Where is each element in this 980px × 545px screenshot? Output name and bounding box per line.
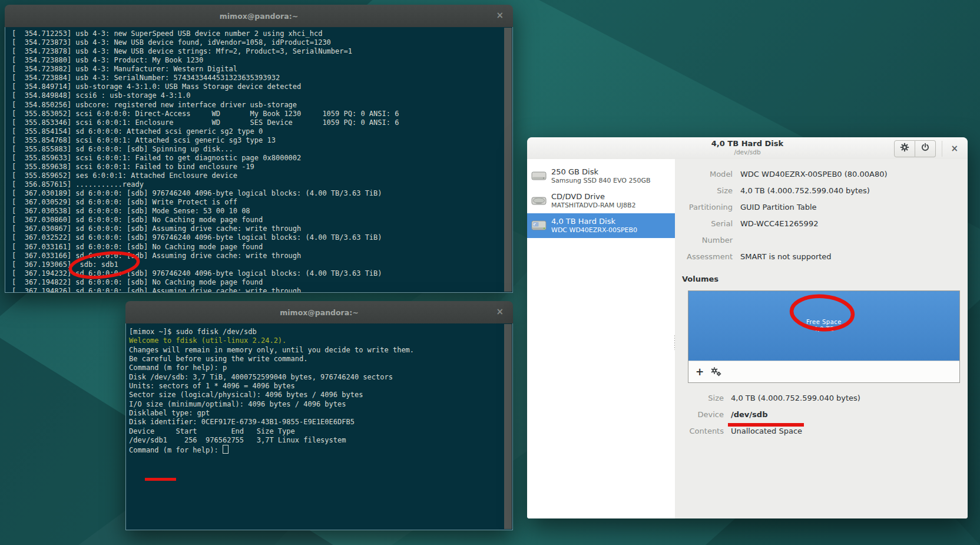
terminal-line: Changes will remain in memory only, unti… bbox=[129, 346, 512, 355]
terminal-line: Command (m for help): bbox=[129, 445, 512, 455]
info-label: Size bbox=[682, 390, 724, 407]
cogs-icon bbox=[710, 368, 723, 379]
terminal-line: [ 356.857615] ...........ready bbox=[12, 180, 512, 189]
header-divider bbox=[942, 141, 942, 157]
disks-headerbar[interactable]: 4,0 TB Hard Disk /dev/sdb bbox=[527, 137, 968, 160]
terminal-line: [ 355.859652] ses 6:0:0:1: Attached Encl… bbox=[12, 171, 512, 180]
terminal-line: Sector size (logical/physical): 4096 byt… bbox=[129, 391, 512, 399]
free-space-size: 4,0 TB bbox=[813, 326, 834, 333]
power-off-button[interactable] bbox=[915, 140, 936, 157]
terminal-line: [ 367.030867] sd 6:0:0:0: [sdb] Assuming… bbox=[12, 224, 512, 233]
size-value: 4,0 TB (4.000.752.599.040 bytes) bbox=[740, 183, 958, 199]
terminal-line: [ 367.033166] sd 6:0:0:0: [sdb] Assuming… bbox=[12, 252, 512, 260]
terminal-line: [ 367.033161] sd 6:0:0:0: [sdb] No Cachi… bbox=[12, 243, 512, 252]
terminal-line: [ 354.723878] usb 4-3: New USB device st… bbox=[12, 47, 512, 56]
terminal-line: [ 354.723884] usb 4-3: SerialNumber: 574… bbox=[12, 74, 512, 82]
terminal2-title: mimox@pandora:~ bbox=[280, 308, 358, 317]
info-label: Partitioning bbox=[682, 199, 733, 216]
free-space-label: Free Space bbox=[806, 319, 842, 326]
terminal1-titlebar[interactable]: mimox@pandora:~ × bbox=[5, 5, 513, 27]
terminal-line: [ 354.723882] usb 4-3: Manufacturer: Wes… bbox=[12, 65, 512, 74]
terminal-window-dmesg: mimox@pandora:~ × [ 354.712253] usb 4-3:… bbox=[5, 5, 513, 293]
terminal-line: [ 354.723873] usb 4-3: New USB device fo… bbox=[12, 38, 512, 47]
partitioning-value: GUID Partition Table bbox=[740, 199, 958, 216]
device-subtitle: MATSHITADVD-RAM UJ8B2 bbox=[551, 202, 636, 210]
close-icon[interactable]: × bbox=[948, 143, 961, 154]
info-label: Assessment bbox=[682, 249, 733, 265]
terminal-line: [ 355.853346] scsi 6:0:0:1: Enclosure WD… bbox=[12, 118, 512, 127]
gear-icon bbox=[900, 143, 909, 154]
terminal-line: [ 354.849848] scsi6 : usb-storage 4-3:1.… bbox=[12, 91, 512, 100]
terminal-line: [ 355.853052] scsi 6:0:0:0: Direct-Acces… bbox=[12, 110, 512, 118]
info-label: Size bbox=[682, 183, 733, 199]
terminal2-output: [mimox ~]$ sudo fdisk /dev/sdbWelcome to… bbox=[126, 323, 512, 455]
terminal-line: [ 367.194822] sd 6:0:0:0: [sdb] No Cachi… bbox=[12, 278, 512, 287]
info-label: Serial Number bbox=[682, 216, 733, 249]
terminal-line: [ 367.194232] sd 6:0:0:0: [sdb] 97674624… bbox=[12, 269, 512, 278]
terminal-line: Units: sectors of 1 * 4096 = 4096 bytes bbox=[129, 382, 512, 391]
terminal1-output: [ 354.712253] usb 4-3: new SuperSpeed US… bbox=[5, 27, 512, 293]
terminal-line: [ 367.194826] sd 6:0:0:0: [sdb] Assuming… bbox=[12, 287, 512, 293]
terminal-line: Welcome to fdisk (util-linux 2.24.2). bbox=[129, 336, 512, 345]
device-list-item-usb-disk[interactable]: 4,0 TB Hard Disk WDC WD40EZRX-00SPEB0 bbox=[527, 213, 675, 238]
model-value: WDC WD40EZRX-00SPEB0 (80.00A80) bbox=[740, 166, 958, 183]
terminal-line: [ 354.723880] usb 4-3: Product: My Book … bbox=[12, 56, 512, 65]
terminal-line: Disk identifier: 0CEF917E-6739-43B1-9855… bbox=[129, 418, 512, 427]
partition-options-button[interactable] bbox=[710, 366, 723, 377]
terminal-line: /dev/sdb1 256 976562755 3,7T Linux files… bbox=[129, 436, 512, 445]
device-list-item-ssd[interactable]: 250 GB Disk Samsung SSD 840 EVO 250GB bbox=[527, 164, 675, 189]
info-label: Contents bbox=[682, 423, 724, 440]
plus-icon: + bbox=[696, 366, 704, 378]
device-title: CD/DVD Drive bbox=[551, 192, 636, 202]
terminal-line: Be careful before using the write comman… bbox=[129, 355, 512, 364]
terminal2-buffer[interactable]: [mimox ~]$ sudo fdisk /dev/sdbWelcome to… bbox=[125, 323, 513, 530]
free-space-segment[interactable]: Free Space 4,0 TB bbox=[688, 291, 959, 361]
terminal-line: [ 354.849714] usb-storage 4-3:1.0: USB M… bbox=[12, 82, 512, 91]
terminal1-scrollbar[interactable] bbox=[504, 28, 512, 292]
desktop-background: mimox@pandora:~ × [ 354.712253] usb 4-3:… bbox=[0, 0, 980, 545]
terminal-line: [ 354.850256] usbcore: registered new in… bbox=[12, 101, 512, 110]
assessment-value: SMART is not supported bbox=[740, 249, 958, 265]
drive-settings-button[interactable] bbox=[894, 140, 915, 157]
create-partition-button[interactable]: + bbox=[696, 366, 710, 378]
device-list-item-cddvd[interactable]: CD/DVD Drive MATSHITADVD-RAM UJ8B2 bbox=[527, 189, 675, 213]
terminal-line: [ 355.854154] sd 6:0:0:0: Attached scsi … bbox=[12, 127, 512, 136]
terminal-window-fdisk: mimox@pandora:~ × [mimox ~]$ sudo fdisk … bbox=[125, 301, 513, 530]
close-icon[interactable]: × bbox=[496, 306, 504, 317]
terminal-line: Disklabel type: gpt bbox=[129, 409, 512, 418]
device-subtitle: WDC WD40EZRX-00SPEB0 bbox=[551, 226, 637, 234]
device-list: 250 GB Disk Samsung SSD 840 EVO 250GB CD… bbox=[527, 159, 675, 518]
usb-disk-icon bbox=[531, 219, 547, 233]
drive-info-grid: Model WDC WD40EZRX-00SPEB0 (80.00A80) Si… bbox=[682, 166, 958, 265]
terminal-line: Command (m for help): p bbox=[129, 364, 512, 372]
terminal-line: Disk /dev/sdb: 3,7 TiB, 4000752599040 by… bbox=[129, 373, 512, 382]
volume-size-value: 4,0 TB (4.000.752.599.040 bytes) bbox=[731, 390, 958, 407]
terminal-line: [ 367.030860] sd 6:0:0:0: [sdb] No Cachi… bbox=[12, 216, 512, 224]
close-icon[interactable]: × bbox=[496, 10, 504, 21]
terminal2-scrollbar[interactable] bbox=[504, 324, 512, 529]
terminal-line: [mimox ~]$ sudo fdisk /dev/sdb bbox=[129, 328, 512, 336]
hard-disk-icon bbox=[531, 169, 547, 183]
terminal-line: [ 367.030529] sd 6:0:0:0: [sdb] Write Pr… bbox=[12, 198, 512, 207]
terminal-line: I/O size (minimum/optimal): 4096 bytes /… bbox=[129, 400, 512, 409]
terminal-line: [ 367.030538] sd 6:0:0:0: [sdb] Mode Sen… bbox=[12, 207, 512, 216]
volume-info-grid: Size 4,0 TB (4.000.752.599.040 bytes) De… bbox=[682, 390, 958, 440]
terminal2-titlebar[interactable]: mimox@pandora:~ × bbox=[125, 301, 513, 323]
terminal-line: [ 367.030189] sd 6:0:0:0: [sdb] 97674624… bbox=[12, 189, 512, 198]
disks-app-window: 4,0 TB Hard Disk /dev/sdb bbox=[527, 137, 968, 518]
device-title: 4,0 TB Hard Disk bbox=[551, 217, 637, 226]
terminal-cursor bbox=[223, 445, 229, 454]
power-icon bbox=[921, 143, 930, 154]
optical-drive-icon bbox=[531, 194, 547, 208]
device-path-value: /dev/sdb bbox=[731, 407, 958, 423]
volumes-heading: Volumes bbox=[682, 275, 958, 283]
terminal1-buffer[interactable]: [ 354.712253] usb 4-3: new SuperSpeed US… bbox=[5, 27, 513, 293]
terminal-line: Device Start End Size Type bbox=[129, 427, 512, 436]
terminal-line: [ 355.855883] sd 6:0:0:0: [sdb] Spinning… bbox=[12, 145, 512, 154]
device-subtitle: Samsung SSD 840 EVO 250GB bbox=[551, 177, 651, 185]
terminal-line: [ 355.854768] scsi 6:0:0:1: Attached scs… bbox=[12, 136, 512, 145]
contents-value: Unallocated Space bbox=[731, 423, 958, 440]
device-title: 250 GB Disk bbox=[551, 167, 651, 177]
terminal1-title: mimox@pandora:~ bbox=[220, 12, 298, 21]
info-label: Device bbox=[682, 407, 724, 423]
